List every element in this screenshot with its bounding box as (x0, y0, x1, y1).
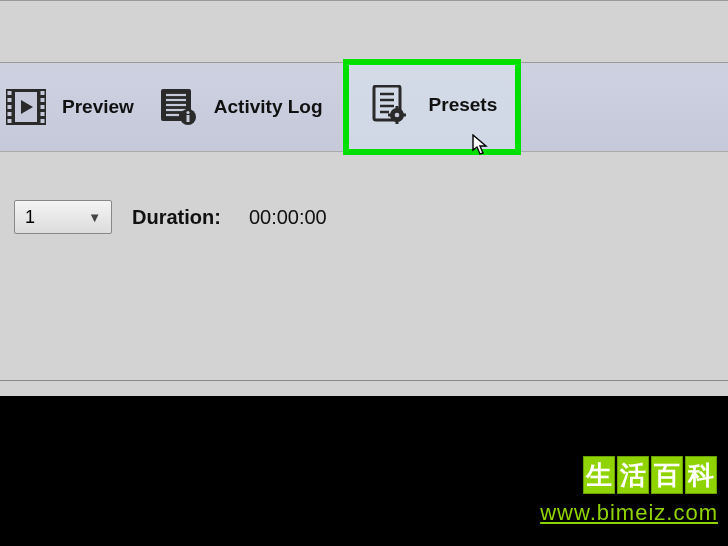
svg-rect-33 (388, 114, 392, 117)
watermark-char: 活 (617, 456, 649, 494)
horizontal-divider (0, 380, 728, 381)
tab-presets[interactable]: Presets (343, 59, 522, 155)
count-dropdown[interactable]: 1 ▼ (14, 200, 112, 234)
dropdown-value: 1 (25, 207, 35, 228)
film-play-icon (6, 87, 46, 127)
svg-rect-6 (8, 112, 12, 116)
tab-preview-label: Preview (62, 96, 134, 118)
watermark-badge: 生 活 百 科 (582, 456, 718, 494)
log-info-icon (158, 87, 198, 127)
tab-presets-label: Presets (429, 94, 498, 116)
svg-point-30 (394, 113, 399, 118)
document-gear-icon (369, 85, 409, 125)
tab-activity-log-label: Activity Log (214, 96, 323, 118)
tab-bar: Preview Activity Log (0, 62, 728, 152)
svg-rect-12 (41, 119, 45, 123)
svg-point-22 (186, 111, 189, 114)
duration-value: 00:00:00 (249, 206, 327, 229)
chevron-down-icon: ▼ (88, 210, 101, 225)
watermark-char: 百 (651, 456, 683, 494)
svg-rect-31 (395, 106, 398, 110)
svg-rect-4 (8, 98, 12, 102)
content-row: 1 ▼ Duration: 00:00:00 (0, 152, 728, 282)
svg-rect-34 (402, 114, 406, 117)
svg-rect-7 (8, 119, 12, 123)
watermark-char: 生 (583, 456, 615, 494)
footer-black: 生 活 百 科 www.bimeiz.com (0, 396, 728, 546)
svg-rect-32 (395, 121, 398, 125)
svg-rect-5 (8, 105, 12, 109)
svg-rect-10 (41, 105, 45, 109)
duration-label: Duration: (132, 206, 221, 229)
watermark-url: www.bimeiz.com (540, 500, 718, 526)
watermark-char: 科 (685, 456, 717, 494)
svg-rect-23 (186, 115, 189, 122)
svg-rect-3 (8, 91, 12, 95)
tab-activity-log[interactable]: Activity Log (154, 81, 343, 133)
tab-preview[interactable]: Preview (2, 81, 154, 133)
svg-rect-8 (41, 91, 45, 95)
window-top-area (0, 0, 728, 62)
svg-rect-11 (41, 112, 45, 116)
svg-rect-9 (41, 98, 45, 102)
